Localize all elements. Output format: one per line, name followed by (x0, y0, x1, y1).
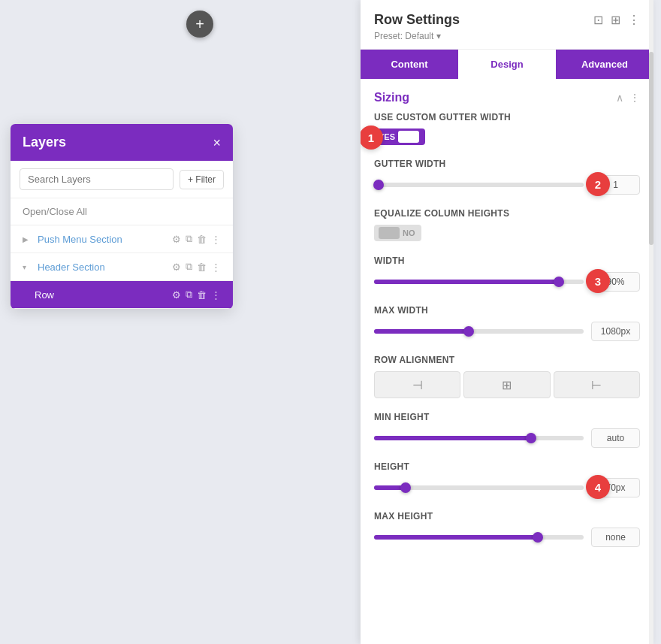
layer-item-row[interactable]: Row ⚙ ⧉ 🗑 ⋮ (11, 281, 233, 309)
collapse-section-icon[interactable]: ∧ (616, 92, 623, 104)
layers-title: Layers (23, 135, 66, 150)
min-height-slider[interactable] (374, 436, 584, 440)
toggle-box (398, 131, 419, 143)
section-actions: ∧ ⋮ (616, 92, 640, 104)
layer-item-header[interactable]: ▾ Header Section ⚙ ⧉ 🗑 ⋮ (11, 253, 233, 281)
tab-design[interactable]: Design (458, 50, 556, 79)
alignment-buttons: ⊣ ⊞ ⊢ (374, 371, 640, 398)
max-width-slider[interactable] (374, 329, 584, 334)
layers-header: Layers × (11, 124, 233, 161)
layer-actions: ⚙ ⧉ 🗑 ⋮ (172, 261, 221, 273)
plus-icon: + (195, 16, 204, 33)
open-close-all[interactable]: Open/Close All (11, 198, 233, 225)
align-center-button[interactable]: ⊞ (463, 371, 550, 398)
width-label: Width (374, 255, 640, 266)
layers-close-button[interactable]: × (213, 136, 221, 150)
trash-icon[interactable]: 🗑 (197, 289, 207, 301)
copy-icon[interactable]: ⧉ (186, 289, 192, 301)
width-slider[interactable] (374, 280, 584, 284)
trash-icon[interactable]: 🗑 (197, 262, 207, 273)
more-icon[interactable]: ⋮ (211, 262, 221, 273)
max-width-value[interactable]: 1080px (591, 322, 640, 341)
trash-icon[interactable]: 🗑 (197, 234, 207, 245)
collapse-arrow-icon: ▾ (23, 263, 32, 271)
min-height-value[interactable]: auto (591, 428, 640, 448)
max-height-label: Max Height (374, 511, 640, 522)
max-height-slider-row: none (374, 528, 640, 547)
max-height-value[interactable]: none (591, 528, 640, 547)
custom-gutter-label: Use Custom Gutter Width (374, 112, 640, 122)
gutter-width-label: Gutter Width (374, 159, 640, 169)
badge-3: 3 (586, 269, 610, 293)
max-width-label: Max Width (374, 305, 640, 316)
more-icon[interactable]: ⋮ (211, 289, 221, 301)
sizing-section-header: Sizing ∧ ⋮ (374, 79, 640, 112)
layers-search-input[interactable] (20, 168, 174, 190)
tab-advanced[interactable]: Advanced (556, 50, 653, 79)
align-left-button[interactable]: ⊣ (374, 371, 460, 398)
custom-gutter-row: Use Custom Gutter Width YES 1 (374, 112, 640, 145)
gutter-width-row: Gutter Width 1 2 (374, 159, 640, 195)
scrollbar-thumb[interactable] (649, 52, 653, 245)
more-options-icon[interactable]: ⋮ (628, 13, 640, 27)
copy-icon[interactable]: ⧉ (186, 233, 192, 245)
settings-preset[interactable]: Preset: Default ▾ (374, 31, 640, 41)
layout-icon[interactable]: ⊞ (611, 13, 620, 27)
resize-icon[interactable]: ⊡ (593, 13, 603, 27)
min-height-label: Min Height (374, 412, 640, 422)
layer-item-push-menu[interactable]: ▶ Push Menu Section ⚙ ⧉ 🗑 ⋮ (11, 225, 233, 253)
toggle-no-text: NO (403, 228, 415, 237)
settings-icon[interactable]: ⚙ (172, 262, 181, 273)
settings-header: Row Settings ⊡ ⊞ ⋮ Preset: Default ▾ (361, 0, 653, 50)
max-width-slider-row: 1080px (374, 322, 640, 341)
equalize-row: Equalize Column Heights NO (374, 208, 640, 242)
align-center-icon: ⊞ (502, 378, 512, 392)
height-label: Height (374, 461, 640, 472)
width-row: Width 90% 3 (374, 255, 640, 292)
settings-icon[interactable]: ⚙ (172, 234, 181, 245)
vertical-scrollbar (649, 0, 653, 644)
row-alignment-label: Row Alignment (374, 355, 640, 365)
min-height-slider-row: auto (374, 428, 640, 448)
badge-1: 1 (361, 125, 383, 150)
settings-title-icons: ⊡ ⊞ ⋮ (593, 13, 640, 27)
layer-label: Header Section (38, 262, 166, 273)
badge-4: 4 (586, 475, 610, 499)
settings-panel: Row Settings ⊡ ⊞ ⋮ Preset: Default ▾ Con… (361, 0, 653, 644)
more-icon[interactable]: ⋮ (211, 234, 221, 245)
equalize-toggle[interactable]: NO (374, 225, 421, 241)
row-alignment-row: Row Alignment ⊣ ⊞ ⊢ (374, 355, 640, 398)
settings-title-row: Row Settings ⊡ ⊞ ⋮ (374, 12, 640, 28)
tab-content[interactable]: Content (361, 50, 458, 79)
add-section-button[interactable]: + (186, 11, 213, 38)
sizing-title: Sizing (374, 91, 409, 104)
copy-icon[interactable]: ⧉ (186, 261, 192, 273)
min-height-row: Min Height auto (374, 412, 640, 448)
max-height-row: Max Height none (374, 511, 640, 547)
settings-tabs: Content Design Advanced (361, 50, 653, 79)
settings-content: Sizing ∧ ⋮ Use Custom Gutter Width YES 1… (361, 79, 653, 644)
settings-icon[interactable]: ⚙ (172, 289, 181, 301)
layers-panel: Layers × + Filter Open/Close All ▶ Push … (11, 124, 233, 309)
align-left-icon: ⊣ (412, 378, 423, 392)
max-width-row: Max Width 1080px (374, 305, 640, 341)
layer-label: Row (35, 289, 166, 301)
max-height-slider[interactable] (374, 535, 584, 540)
height-slider[interactable] (374, 485, 584, 490)
badge-2: 2 (586, 172, 610, 196)
section-more-icon[interactable]: ⋮ (629, 92, 640, 104)
layer-actions: ⚙ ⧉ 🗑 ⋮ (172, 289, 221, 301)
equalize-label: Equalize Column Heights (374, 208, 640, 219)
expand-arrow-icon: ▶ (23, 235, 32, 243)
layers-search-row: + Filter (11, 161, 233, 198)
settings-title: Row Settings (374, 12, 460, 28)
align-right-button[interactable]: ⊢ (554, 371, 640, 398)
toggle-off-box (379, 227, 400, 239)
gutter-width-slider[interactable] (374, 183, 584, 187)
layer-label: Push Menu Section (38, 234, 166, 245)
height-row: Height 70px 4 (374, 461, 640, 497)
filter-button[interactable]: + Filter (180, 170, 224, 189)
align-right-icon: ⊢ (591, 378, 602, 392)
layer-actions: ⚙ ⧉ 🗑 ⋮ (172, 233, 221, 245)
